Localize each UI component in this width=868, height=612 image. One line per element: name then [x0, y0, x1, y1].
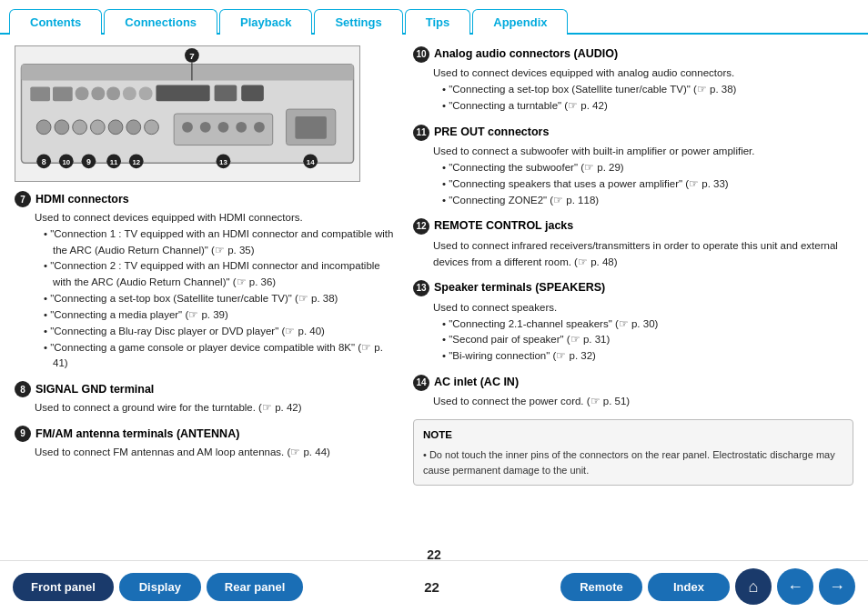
forward-icon: →: [829, 577, 845, 597]
note-title: NOTE: [423, 427, 843, 444]
back-button[interactable]: ←: [777, 568, 813, 605]
display-button[interactable]: Display: [119, 573, 201, 601]
tab-tips[interactable]: Tips: [405, 9, 471, 35]
svg-text:8: 8: [42, 157, 46, 166]
badge-9: 9: [15, 426, 31, 442]
svg-rect-9: [106, 86, 120, 100]
svg-rect-29: [295, 116, 327, 139]
section-9-title: 9 FM/AM antenna terminals (ANTENNA): [15, 426, 397, 442]
remote-button[interactable]: Remote: [560, 573, 642, 601]
forward-button[interactable]: →: [819, 568, 855, 605]
badge-14: 14: [413, 375, 429, 391]
badge-11: 11: [413, 125, 429, 141]
svg-rect-8: [91, 86, 105, 100]
badge-8: 8: [15, 381, 31, 397]
badge-10: 10: [413, 46, 429, 63]
svg-point-17: [73, 120, 87, 135]
svg-point-21: [145, 120, 159, 135]
main-content: 7: [0, 35, 868, 544]
section-13-body: Used to connect speakers. "Connecting 2.…: [433, 300, 853, 365]
svg-rect-10: [123, 86, 136, 100]
tab-settings[interactable]: Settings: [314, 9, 402, 35]
section-14-title: 14 AC inlet (AC IN): [413, 374, 853, 391]
svg-text:13: 13: [219, 158, 227, 166]
svg-point-23: [182, 122, 193, 133]
note-box: NOTE • Do not touch the inner pins of th…: [413, 419, 853, 486]
section-7-body: Used to connect devices equipped with HD…: [35, 210, 397, 372]
tab-playback[interactable]: Playback: [219, 9, 312, 35]
bottom-nav-left: Front panel Display Rear panel: [13, 573, 303, 601]
left-panel: 7: [15, 45, 397, 537]
section-10-body: Used to connect devices equipped with an…: [433, 65, 853, 114]
device-image: 7: [15, 45, 360, 182]
svg-rect-13: [215, 85, 237, 101]
svg-text:11: 11: [110, 158, 118, 166]
svg-rect-14: [241, 85, 264, 101]
tab-connections[interactable]: Connections: [104, 9, 217, 35]
section-10-title: 10 Analog audio connectors (AUDIO): [413, 45, 853, 63]
rear-panel-button[interactable]: Rear panel: [207, 573, 303, 601]
svg-point-27: [254, 122, 265, 133]
badge-12: 12: [413, 218, 429, 235]
section-14-body: Used to connect the power cord. (☞ p. 51…: [433, 394, 853, 410]
section-7-title: 7 HDMI connectors: [15, 191, 397, 207]
svg-text:10: 10: [62, 158, 70, 166]
svg-text:14: 14: [307, 158, 315, 166]
section-11-title: 11 PRE OUT connectors: [413, 124, 853, 141]
section-8-body: Used to connect a ground wire for the tu…: [35, 400, 397, 416]
bottom-nav: Front panel Display Rear panel 22 Remote…: [0, 560, 868, 612]
svg-point-19: [108, 120, 123, 135]
note-bullet: •: [423, 449, 429, 460]
tab-contents[interactable]: Contents: [9, 9, 102, 35]
svg-point-24: [200, 122, 211, 133]
svg-point-20: [126, 120, 141, 135]
svg-point-25: [218, 122, 229, 133]
svg-rect-6: [53, 86, 73, 101]
bottom-nav-right: Remote Index ⌂ ← →: [560, 568, 855, 605]
front-panel-button[interactable]: Front panel: [13, 573, 114, 601]
svg-rect-11: [139, 86, 153, 100]
svg-text:7: 7: [189, 51, 195, 61]
svg-rect-12: [156, 85, 209, 101]
right-panel: 10 Analog audio connectors (AUDIO) Used …: [413, 45, 853, 537]
tab-appendix[interactable]: Appendix: [472, 9, 568, 35]
index-button[interactable]: Index: [648, 573, 730, 601]
top-nav: Contents Connections Playback Settings T…: [0, 0, 868, 35]
section-11-body: Used to connect a subwoofer with built-i…: [433, 144, 853, 208]
svg-text:9: 9: [86, 157, 91, 166]
badge-7: 7: [15, 191, 31, 207]
page-number-bottom: 22: [424, 579, 439, 595]
svg-rect-7: [76, 86, 89, 100]
section-12-title: 12 REMOTE CONTROL jacks: [413, 217, 853, 235]
section-12-body: Used to connect infrared receivers/trans…: [433, 238, 853, 271]
svg-point-18: [90, 120, 105, 135]
back-icon: ←: [787, 577, 803, 597]
svg-rect-1: [21, 65, 353, 81]
note-body: • Do not touch the inner pins of the con…: [423, 447, 843, 477]
svg-point-16: [55, 120, 69, 135]
section-13-title: 13 Speaker terminals (SPEAKERS): [413, 279, 853, 296]
svg-text:12: 12: [132, 158, 140, 166]
home-button[interactable]: ⌂: [735, 568, 772, 605]
svg-point-15: [36, 120, 51, 135]
badge-13: 13: [413, 280, 429, 296]
home-icon: ⌂: [749, 577, 759, 597]
section-8-title: 8 SIGNAL GND terminal: [15, 381, 397, 397]
svg-point-26: [236, 122, 247, 133]
section-9-body: Used to connect FM antennas and AM loop …: [35, 445, 397, 461]
svg-rect-5: [30, 86, 50, 101]
